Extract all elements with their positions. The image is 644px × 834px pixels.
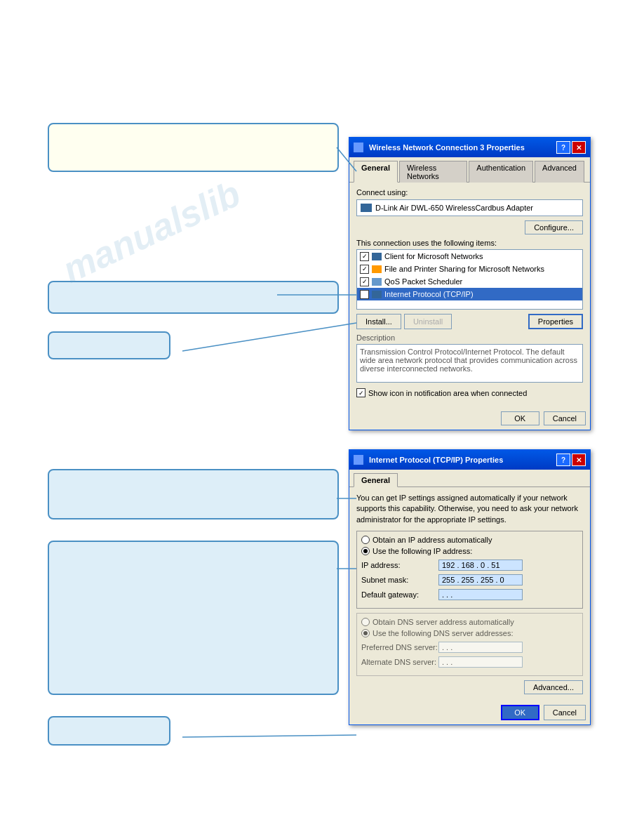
dialog2-close-btn[interactable]: ✕	[572, 454, 586, 466]
subnet-mask-label: Subnet mask:	[361, 576, 438, 584]
description-text: Transmission Control Protocol/Internet P…	[360, 348, 577, 373]
dialog2-title: Internet Protocol (TCP/IP) Properties	[369, 456, 503, 464]
item-tcpip-label: Internet Protocol (TCP/IP)	[384, 290, 474, 298]
alternate-dns-label: Alternate DNS server:	[361, 658, 438, 666]
dialog2-title-buttons: ? ✕	[556, 454, 586, 466]
dialog1-titlebar: Wireless Network Connection 3 Properties…	[349, 138, 590, 157]
ip-group-box: Obtain an IP address automatically Use t…	[356, 531, 583, 609]
dialog1-tab-bar: General Wireless Networks Authentication…	[349, 157, 590, 183]
item-tcpip-icon	[372, 291, 382, 298]
item-qos-icon	[372, 278, 382, 286]
radio-auto-ip-label: Obtain an IP address automatically	[373, 536, 492, 544]
radio-manual-dns-label: Use the following DNS server addresses:	[373, 629, 514, 637]
items-btn-row: Install... Uninstall Properties	[356, 314, 583, 329]
show-icon-row: ✓ Show icon in notification area when co…	[356, 388, 583, 397]
show-icon-label: Show icon in notification area when conn…	[368, 389, 527, 397]
annotation-box-4	[48, 469, 339, 519]
tab2-general[interactable]: General	[354, 473, 398, 487]
radio-manual-dns-row[interactable]: Use the following DNS server addresses:	[361, 629, 578, 637]
dialog2-titlebar: Internet Protocol (TCP/IP) Properties ? …	[349, 450, 590, 470]
radio-auto-ip-row[interactable]: Obtain an IP address automatically	[361, 536, 578, 544]
dns-group-box: Obtain DNS server address automatically …	[356, 613, 583, 676]
dialog2-tab-bar: General	[349, 470, 590, 487]
description-box: Transmission Control Protocol/Internet P…	[356, 344, 583, 383]
alternate-dns-input[interactable]: . . .	[438, 656, 523, 668]
item-qos[interactable]: QoS Packet Scheduler	[357, 275, 582, 288]
item-fileprint-icon	[372, 265, 382, 273]
dialog1-title-buttons: ? ✕	[556, 141, 586, 154]
subnet-mask-input[interactable]: 255 . 255 . 255 . 0	[438, 574, 523, 585]
dialog2-help-btn[interactable]: ?	[556, 454, 570, 466]
preferred-dns-input[interactable]: . . .	[438, 642, 523, 653]
annotation-box-2	[48, 281, 339, 314]
item-qos-label: QoS Packet Scheduler	[384, 277, 462, 286]
dialog1-ok-btn[interactable]: OK	[501, 411, 539, 425]
install-btn[interactable]: Install...	[356, 314, 401, 329]
advanced-row: Advanced...	[356, 680, 583, 694]
dialog1-content: Connect using: D-Link Air DWL-650 Wirele…	[349, 183, 590, 409]
default-gateway-row: Default gateway: . . .	[361, 589, 578, 600]
ip-address-label: IP address:	[361, 561, 438, 569]
uninstall-btn[interactable]: Uninstall	[404, 314, 452, 329]
adapter-box: D-Link Air DWL-650 WirelessCardbus Adapt…	[356, 199, 583, 216]
radio-auto-dns-label: Obtain DNS server address automatically	[373, 618, 514, 626]
tab-advanced[interactable]: Advanced	[535, 161, 584, 183]
dialog1-cancel-btn[interactable]: Cancel	[544, 411, 586, 425]
dialog1-title-icon	[354, 143, 363, 152]
svg-line-5	[182, 735, 356, 737]
item-client-label: Client for Microsoft Networks	[384, 252, 483, 260]
ip-address-row: IP address: 192 . 168 . 0 . 51	[361, 560, 578, 571]
configure-btn[interactable]: Configure...	[525, 220, 583, 234]
dialog1-title: Wireless Network Connection 3 Properties	[369, 143, 525, 152]
item-client-checkbox[interactable]	[360, 252, 369, 261]
item-client[interactable]: Client for Microsoft Networks	[357, 250, 582, 263]
dialog2-ok-btn[interactable]: OK	[501, 705, 539, 720]
item-client-icon	[372, 253, 382, 260]
tab-authentication[interactable]: Authentication	[469, 161, 533, 183]
item-fileprint[interactable]: File and Printer Sharing for Microsoft N…	[357, 263, 582, 275]
item-fileprint-checkbox[interactable]	[360, 265, 369, 274]
radio-manual-ip[interactable]	[361, 547, 370, 555]
dialog2-intro: You can get IP settings assigned automat…	[356, 493, 583, 525]
dialog1-help-btn[interactable]: ?	[556, 141, 570, 154]
item-qos-checkbox[interactable]	[360, 277, 369, 286]
items-label: This connection uses the following items…	[356, 239, 583, 247]
item-fileprint-label: File and Printer Sharing for Microsoft N…	[384, 265, 544, 273]
tab-wireless-networks[interactable]: Wireless Networks	[399, 161, 467, 183]
items-list: Client for Microsoft Networks File and P…	[356, 249, 583, 310]
dialog2-content: You can get IP settings assigned automat…	[349, 487, 590, 700]
tab-general[interactable]: General	[354, 161, 398, 183]
description-title: Description	[356, 333, 583, 342]
dialog2-ok-cancel: OK Cancel	[349, 700, 590, 724]
adapter-name: D-Link Air DWL-650 WirelessCardbus Adapt…	[375, 204, 533, 212]
wireless-properties-dialog: Wireless Network Connection 3 Properties…	[349, 137, 591, 430]
annotation-box-3	[48, 331, 170, 359]
ip-address-input[interactable]: 192 . 168 . 0 . 51	[438, 560, 523, 571]
annotation-box-5	[48, 541, 339, 695]
show-icon-checkbox[interactable]: ✓	[356, 388, 365, 397]
default-gateway-input[interactable]: . . .	[438, 589, 523, 600]
annotation-box-1	[48, 123, 339, 172]
tcpip-properties-dialog: Internet Protocol (TCP/IP) Properties ? …	[349, 449, 591, 725]
radio-auto-dns[interactable]	[361, 618, 370, 626]
item-tcpip[interactable]: Internet Protocol (TCP/IP)	[357, 288, 582, 300]
properties-btn[interactable]: Properties	[528, 314, 583, 329]
preferred-dns-row: Preferred DNS server: . . .	[361, 642, 578, 653]
radio-auto-ip[interactable]	[361, 536, 370, 544]
advanced-btn[interactable]: Advanced...	[524, 680, 583, 694]
item-tcpip-checkbox[interactable]	[360, 290, 369, 299]
radio-manual-ip-row[interactable]: Use the following IP address:	[361, 547, 578, 555]
dialog2-cancel-btn[interactable]: Cancel	[544, 705, 586, 720]
connect-using-label: Connect using:	[356, 188, 583, 197]
radio-manual-ip-label: Use the following IP address:	[373, 547, 472, 555]
watermark: manualslib	[56, 172, 247, 291]
radio-auto-dns-row[interactable]: Obtain DNS server address automatically	[361, 618, 578, 626]
preferred-dns-label: Preferred DNS server:	[361, 643, 438, 651]
radio-manual-dns[interactable]	[361, 629, 370, 637]
alternate-dns-row: Alternate DNS server: . . .	[361, 656, 578, 668]
dialog1-close-btn[interactable]: ✕	[572, 141, 586, 154]
dialog1-ok-cancel: OK Cancel	[349, 409, 590, 430]
default-gateway-label: Default gateway:	[361, 590, 438, 599]
svg-line-2	[182, 323, 356, 351]
adapter-icon	[361, 204, 372, 212]
